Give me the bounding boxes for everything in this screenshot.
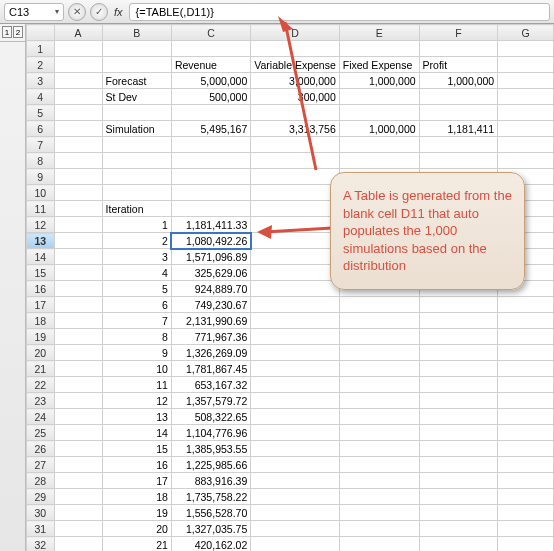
cell-B9[interactable] bbox=[102, 169, 171, 185]
cell-E23[interactable] bbox=[339, 393, 419, 409]
cell-D14[interactable] bbox=[251, 249, 340, 265]
cell-F31[interactable] bbox=[419, 521, 498, 537]
cell-D3[interactable]: 3,000,000 bbox=[251, 73, 340, 89]
cell-G18[interactable] bbox=[498, 313, 554, 329]
cell-D30[interactable] bbox=[251, 505, 340, 521]
cell-A1[interactable] bbox=[54, 41, 102, 57]
cell-G2[interactable] bbox=[498, 57, 554, 73]
cell-E18[interactable] bbox=[339, 313, 419, 329]
cell-F5[interactable] bbox=[419, 105, 498, 121]
cell-D23[interactable] bbox=[251, 393, 340, 409]
column-header-D[interactable]: D bbox=[251, 25, 340, 41]
cell-G31[interactable] bbox=[498, 521, 554, 537]
cell-B29[interactable]: 18 bbox=[102, 489, 171, 505]
cell-E7[interactable] bbox=[339, 137, 419, 153]
cell-C23[interactable]: 1,357,579.72 bbox=[171, 393, 250, 409]
cell-A17[interactable] bbox=[54, 297, 102, 313]
cell-A7[interactable] bbox=[54, 137, 102, 153]
cell-E30[interactable] bbox=[339, 505, 419, 521]
cell-F19[interactable] bbox=[419, 329, 498, 345]
cell-A13[interactable] bbox=[54, 233, 102, 249]
cell-F7[interactable] bbox=[419, 137, 498, 153]
column-header-A[interactable]: A bbox=[54, 25, 102, 41]
cell-G6[interactable] bbox=[498, 121, 554, 137]
cell-G17[interactable] bbox=[498, 297, 554, 313]
cell-C9[interactable] bbox=[171, 169, 250, 185]
cell-G4[interactable] bbox=[498, 89, 554, 105]
cell-A14[interactable] bbox=[54, 249, 102, 265]
cell-C31[interactable]: 1,327,035.75 bbox=[171, 521, 250, 537]
row-header[interactable]: 18 bbox=[27, 313, 55, 329]
cell-D12[interactable] bbox=[251, 217, 340, 233]
row-header[interactable]: 28 bbox=[27, 473, 55, 489]
cell-A23[interactable] bbox=[54, 393, 102, 409]
cell-C25[interactable]: 1,104,776.96 bbox=[171, 425, 250, 441]
cell-A15[interactable] bbox=[54, 265, 102, 281]
cell-B12[interactable]: 1 bbox=[102, 217, 171, 233]
cell-E32[interactable] bbox=[339, 537, 419, 552]
cell-A28[interactable] bbox=[54, 473, 102, 489]
cancel-button[interactable]: ✕ bbox=[68, 3, 86, 21]
cell-C5[interactable] bbox=[171, 105, 250, 121]
cell-A2[interactable] bbox=[54, 57, 102, 73]
row-header[interactable]: 29 bbox=[27, 489, 55, 505]
cell-C10[interactable] bbox=[171, 185, 250, 201]
cell-G3[interactable] bbox=[498, 73, 554, 89]
cell-G24[interactable] bbox=[498, 409, 554, 425]
cell-G25[interactable] bbox=[498, 425, 554, 441]
fx-icon[interactable]: fx bbox=[114, 6, 123, 18]
cell-E8[interactable] bbox=[339, 153, 419, 169]
select-all-corner[interactable] bbox=[27, 25, 55, 41]
cell-A12[interactable] bbox=[54, 217, 102, 233]
cell-B8[interactable] bbox=[102, 153, 171, 169]
cell-C22[interactable]: 653,167.32 bbox=[171, 377, 250, 393]
cell-C3[interactable]: 5,000,000 bbox=[171, 73, 250, 89]
cell-F22[interactable] bbox=[419, 377, 498, 393]
cell-B2[interactable] bbox=[102, 57, 171, 73]
cell-E25[interactable] bbox=[339, 425, 419, 441]
outline-level-2[interactable]: 2 bbox=[13, 26, 23, 38]
cell-A26[interactable] bbox=[54, 441, 102, 457]
cell-E19[interactable] bbox=[339, 329, 419, 345]
cell-B22[interactable]: 11 bbox=[102, 377, 171, 393]
cell-D31[interactable] bbox=[251, 521, 340, 537]
cell-F27[interactable] bbox=[419, 457, 498, 473]
cell-G21[interactable] bbox=[498, 361, 554, 377]
cell-F24[interactable] bbox=[419, 409, 498, 425]
cell-C11[interactable] bbox=[171, 201, 250, 217]
cell-E4[interactable] bbox=[339, 89, 419, 105]
column-header-B[interactable]: B bbox=[102, 25, 171, 41]
cell-B7[interactable] bbox=[102, 137, 171, 153]
cell-B21[interactable]: 10 bbox=[102, 361, 171, 377]
cell-B16[interactable]: 5 bbox=[102, 281, 171, 297]
row-header[interactable]: 31 bbox=[27, 521, 55, 537]
cell-C1[interactable] bbox=[171, 41, 250, 57]
cell-A18[interactable] bbox=[54, 313, 102, 329]
cell-E3[interactable]: 1,000,000 bbox=[339, 73, 419, 89]
cell-B10[interactable] bbox=[102, 185, 171, 201]
cell-F6[interactable]: 1,181,411 bbox=[419, 121, 498, 137]
name-box[interactable]: C13 ▾ bbox=[4, 3, 64, 21]
row-header[interactable]: 27 bbox=[27, 457, 55, 473]
row-header[interactable]: 19 bbox=[27, 329, 55, 345]
cell-B18[interactable]: 7 bbox=[102, 313, 171, 329]
row-header[interactable]: 1 bbox=[27, 41, 55, 57]
row-header[interactable]: 14 bbox=[27, 249, 55, 265]
row-header[interactable]: 16 bbox=[27, 281, 55, 297]
column-header-F[interactable]: F bbox=[419, 25, 498, 41]
cell-E31[interactable] bbox=[339, 521, 419, 537]
row-header[interactable]: 10 bbox=[27, 185, 55, 201]
cell-F17[interactable] bbox=[419, 297, 498, 313]
cell-C26[interactable]: 1,385,953.55 bbox=[171, 441, 250, 457]
cell-E20[interactable] bbox=[339, 345, 419, 361]
cell-A5[interactable] bbox=[54, 105, 102, 121]
cell-C29[interactable]: 1,735,758.22 bbox=[171, 489, 250, 505]
cell-A19[interactable] bbox=[54, 329, 102, 345]
cell-G19[interactable] bbox=[498, 329, 554, 345]
cell-C8[interactable] bbox=[171, 153, 250, 169]
cell-E22[interactable] bbox=[339, 377, 419, 393]
cell-B6[interactable]: Simulation bbox=[102, 121, 171, 137]
cell-A27[interactable] bbox=[54, 457, 102, 473]
cell-C7[interactable] bbox=[171, 137, 250, 153]
cell-B32[interactable]: 21 bbox=[102, 537, 171, 552]
